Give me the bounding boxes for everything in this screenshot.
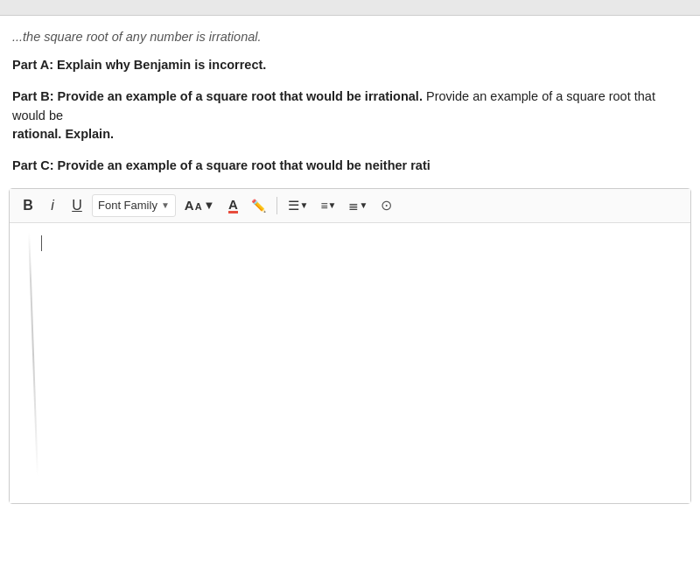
top-cut-text: ...the square root of any number is irra… [12,30,688,44]
editor-body[interactable] [10,223,690,503]
font-family-arrow: ▼ [161,200,170,210]
part-b-label: Part B: Provide an example of a square r… [12,89,423,103]
font-family-dropdown[interactable]: Font Family ▼ [92,194,176,217]
font-size-dropdown[interactable]: AA ▼ [181,194,219,217]
part-b-text: Part B: Provide an example of a square r… [12,88,688,144]
highlight-a-icon: A [228,198,238,214]
part-c-label: Part C: Provide an example of a square r… [12,158,430,172]
big-a-icon: A [185,198,194,213]
top-bar [0,0,700,16]
text-cursor [41,235,42,251]
font-size-aa: AA [185,198,202,213]
part-a-label: Part A: Explain why Benjamin is incorrec… [12,58,266,72]
eraser-icon: ✏️ [251,199,266,213]
ordered-list-button[interactable]: ≡ ▼ [317,194,340,217]
part-b-rational-label: rational. Explain. [12,127,114,141]
cursor-decoration [28,232,38,477]
content-area: ...the square root of any number is irra… [0,16,700,176]
highlight-button[interactable]: A [223,194,242,217]
italic-button[interactable]: i [43,194,62,217]
part-c-text: Part C: Provide an example of a square r… [12,157,688,176]
unordered-list-icon: ≣ [348,199,359,213]
part-a-text: Part A: Explain why Benjamin is incorrec… [12,56,688,75]
unordered-list-button[interactable]: ≣ ▼ [345,194,371,217]
unordered-list-arrow: ▼ [359,200,368,210]
underline-button[interactable]: U [67,194,87,217]
font-size-arrow: ▼ [204,199,215,212]
small-a-icon: A [195,201,202,212]
page-container: ...the square root of any number is irra… [0,0,700,588]
font-family-label: Font Family [98,199,158,212]
more-options-button[interactable]: ⊙ [376,194,396,217]
ordered-list-icon: ≡ [320,199,327,213]
more-options-icon: ⊙ [381,197,392,214]
align-icon: ☰ [288,198,299,214]
separator-1 [276,197,277,214]
editor-wrapper: B i U Font Family ▼ AA ▼ A ✏️ ☰ [9,188,691,504]
ordered-list-arrow: ▼ [328,200,337,210]
bold-button[interactable]: B [18,194,38,217]
eraser-button[interactable]: ✏️ [248,194,270,217]
align-arrow-icon: ▼ [299,200,308,210]
align-button[interactable]: ☰ ▼ [284,194,312,217]
toolbar: B i U Font Family ▼ AA ▼ A ✏️ ☰ [10,189,690,223]
